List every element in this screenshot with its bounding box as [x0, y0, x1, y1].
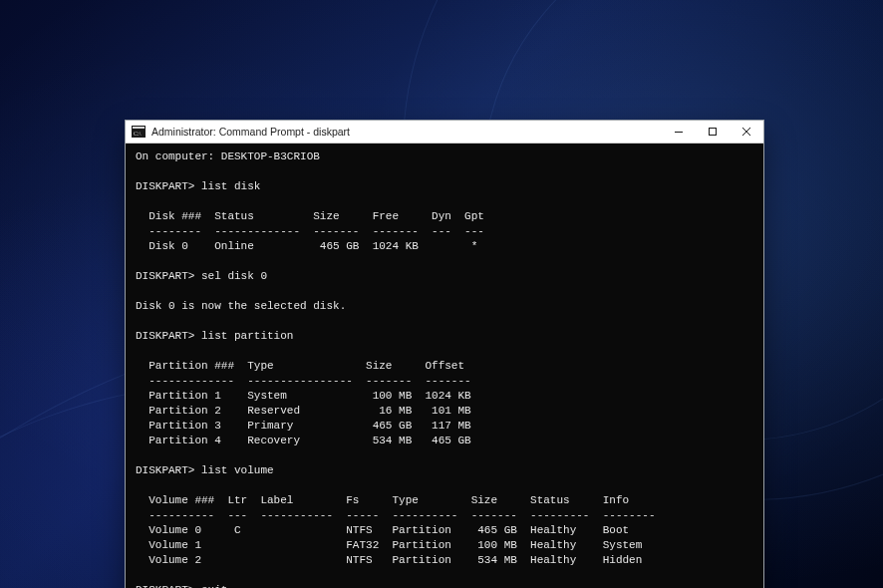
svg-rect-4 — [710, 129, 717, 136]
terminal-line: Volume 0 C NTFS Partition 465 GB Healthy… — [136, 524, 629, 536]
svg-rect-3 — [675, 132, 683, 133]
terminal-line: On computer: DESKTOP-B3CRIOB — [136, 150, 320, 162]
terminal-line: ------------- ---------------- ------- -… — [136, 375, 471, 387]
terminal-line: ---------- --- ----------- ----- -------… — [136, 509, 656, 521]
terminal-line: DISKPART> list partition — [136, 330, 293, 342]
terminal-line: Partition 2 Reserved 16 MB 101 MB — [136, 405, 471, 417]
cmd-icon: C:\ — [132, 125, 146, 139]
svg-text:C:\: C:\ — [134, 131, 142, 137]
terminal-line: Disk 0 Online 465 GB 1024 KB * — [136, 240, 477, 252]
terminal-line: DISKPART> sel disk 0 — [136, 270, 267, 282]
terminal-line: DISKPART> exit — [136, 584, 227, 588]
terminal-output[interactable]: On computer: DESKTOP-B3CRIOB DISKPART> l… — [126, 144, 763, 588]
terminal-line: Partition 3 Primary 465 GB 117 MB — [136, 420, 471, 432]
terminal-line: Partition ### Type Size Offset — [136, 360, 464, 372]
terminal-line: DISKPART> list disk — [136, 180, 260, 192]
terminal-line: Partition 1 System 100 MB 1024 KB — [136, 390, 471, 402]
window-controls — [662, 121, 763, 143]
titlebar[interactable]: C:\ Administrator: Command Prompt - disk… — [126, 121, 763, 144]
terminal-line: -------- ------------- ------- ------- -… — [136, 225, 484, 237]
terminal-line: Disk ### Status Size Free Dyn Gpt — [136, 210, 484, 222]
window-title: Administrator: Command Prompt - diskpart — [151, 126, 662, 138]
svg-rect-1 — [133, 127, 145, 129]
terminal-line: Volume 1 FAT32 Partition 100 MB Healthy … — [136, 539, 642, 551]
terminal-line: Volume 2 NTFS Partition 534 MB Healthy H… — [136, 554, 642, 566]
minimize-button[interactable] — [662, 121, 696, 143]
command-prompt-window: C:\ Administrator: Command Prompt - disk… — [125, 120, 764, 588]
terminal-line: Partition 4 Recovery 534 MB 465 GB — [136, 435, 471, 446]
terminal-line: Volume ### Ltr Label Fs Type Size Status… — [136, 494, 629, 506]
maximize-button[interactable] — [696, 121, 730, 143]
desktop-background: C:\ Administrator: Command Prompt - disk… — [0, 0, 883, 588]
terminal-line: Disk 0 is now the selected disk. — [136, 300, 346, 312]
terminal-line: DISKPART> list volume — [136, 464, 274, 476]
close-button[interactable] — [730, 121, 763, 143]
